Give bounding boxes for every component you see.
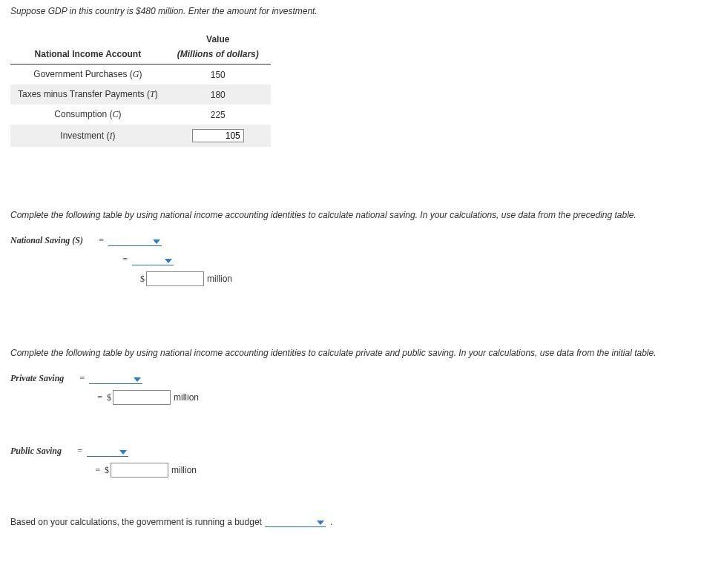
national-saving-label: National Saving (S) xyxy=(10,235,86,246)
row-label: Consumption (C) xyxy=(10,105,165,125)
value-header-top: Value xyxy=(165,30,271,44)
currency-symbol: $ xyxy=(105,465,109,476)
equals-sign: = xyxy=(10,392,107,403)
public-saving-block: Public Saving = = $ million xyxy=(10,441,694,480)
chevron-down-icon xyxy=(317,521,324,525)
budget-dropdown[interactable] xyxy=(265,515,326,527)
conclusion-suffix: . xyxy=(330,517,332,527)
ns-formula-dropdown-1[interactable] xyxy=(108,234,162,246)
pub-formula-dropdown[interactable] xyxy=(87,445,128,457)
intro-text: Suppose GDP in this country is $480 mill… xyxy=(10,6,694,16)
investment-label: Investment (I) xyxy=(10,125,165,147)
ns-amount-input[interactable] xyxy=(146,271,204,286)
table-row: Investment (I) xyxy=(10,125,271,147)
row-value: 225 xyxy=(165,105,271,125)
equals-sign: = xyxy=(65,446,87,457)
currency-symbol: $ xyxy=(140,274,145,285)
row-label: Government Purchases (G) xyxy=(10,65,165,85)
ns-formula-dropdown-2[interactable] xyxy=(132,254,174,265)
priv-formula-dropdown[interactable] xyxy=(89,372,142,384)
value-header-sub: (Millions of dollars) xyxy=(165,44,271,65)
chevron-down-icon xyxy=(134,377,141,382)
table-row: Taxes minus Transfer Payments (T) 180 xyxy=(10,85,271,105)
currency-symbol: $ xyxy=(107,392,111,403)
national-income-table: Value National Income Account (Millions … xyxy=(10,30,271,147)
account-header: National Income Account xyxy=(10,44,165,65)
table-row: Government Purchases (G) 150 xyxy=(10,65,271,85)
row-label: Taxes minus Transfer Payments (T) xyxy=(10,85,165,105)
pub-amount-input[interactable] xyxy=(111,463,168,478)
chevron-down-icon xyxy=(119,450,127,455)
public-saving-label: Public Saving xyxy=(10,446,65,457)
conclusion-prefix: Based on your calculations, the governme… xyxy=(10,517,262,527)
unit-label: million xyxy=(174,392,199,403)
equals-sign: = xyxy=(10,465,105,476)
private-saving-label: Private Saving xyxy=(10,373,67,384)
equals-sign: = xyxy=(10,254,132,265)
unit-label: million xyxy=(207,274,232,284)
investment-input[interactable] xyxy=(192,129,244,142)
chevron-down-icon xyxy=(153,240,160,244)
national-saving-instruction: Complete the following table by using na… xyxy=(10,210,694,220)
unit-label: million xyxy=(171,465,197,475)
equals-sign: = xyxy=(67,373,89,384)
priv-pub-instruction: Complete the following table by using na… xyxy=(10,348,694,358)
chevron-down-icon xyxy=(165,259,172,263)
priv-amount-input[interactable] xyxy=(113,390,171,405)
budget-conclusion: Based on your calculations, the governme… xyxy=(10,515,694,527)
row-value: 150 xyxy=(165,65,271,85)
table-row: Consumption (C) 225 xyxy=(10,105,271,125)
equals-sign: = xyxy=(86,235,108,246)
private-saving-block: Private Saving = = $ million xyxy=(10,369,694,407)
row-value: 180 xyxy=(165,85,271,105)
national-saving-block: National Saving (S) = = $ million xyxy=(10,231,694,288)
